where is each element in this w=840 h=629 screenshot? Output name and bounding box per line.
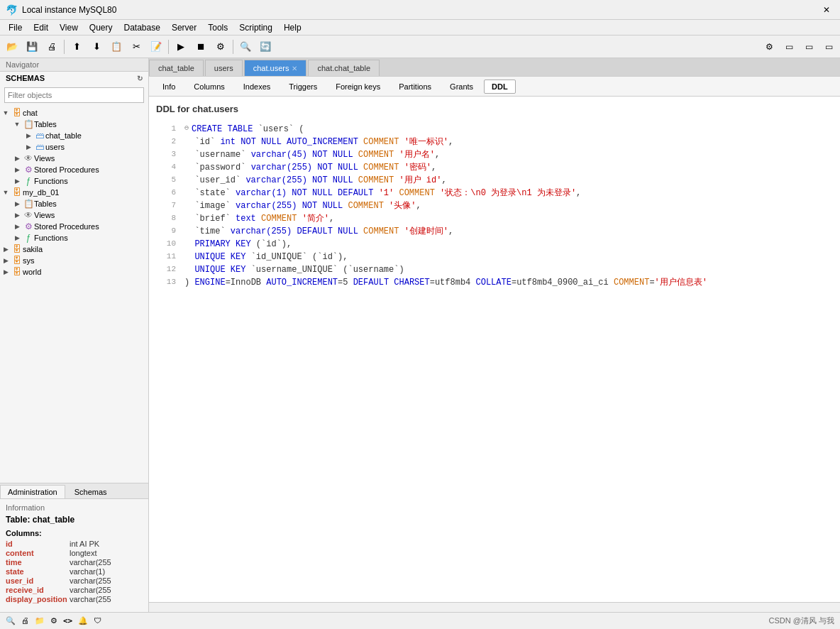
menu-item-query[interactable]: Query [84, 21, 118, 34]
tree-item-mydb[interactable]: ▼ 🗄 my_db_01 [0, 187, 148, 198]
expand-mydb-tables[interactable]: ▶ [11, 200, 23, 207]
tab-chat-chat-table-tab[interactable]: chat.chat_table [308, 60, 380, 76]
schemas-label: SCHEMAS [6, 74, 45, 82]
toolbar-copy-btn[interactable]: 📋 [107, 38, 126, 55]
sub-tab-foreign-keys[interactable]: Foreign keys [328, 80, 388, 94]
sub-tab-columns[interactable]: Columns [186, 80, 232, 94]
toolbar-new-btn[interactable]: 📂 [3, 38, 21, 55]
sub-tab-ddl[interactable]: DDL [484, 80, 516, 94]
tab-administration[interactable]: Administration [0, 485, 65, 498]
toolbar-cut-btn[interactable]: ✂ [127, 38, 145, 55]
expand-sakila[interactable]: ▶ [0, 246, 11, 253]
main-layout: Navigator SCHEMAS ↻ ▼ 🗄 chat ▼ 📋 Tables [0, 58, 840, 612]
expand-mydb-views[interactable]: ▶ [11, 212, 23, 219]
menu-item-edit[interactable]: Edit [28, 21, 54, 34]
tab-users-tab[interactable]: users [205, 60, 243, 76]
tab-chat-users-tab[interactable]: chat.users✕ [244, 60, 307, 76]
tree-item-mydb-procs[interactable]: ▶ ⚙ Stored Procedures [0, 221, 148, 232]
status-file-icon[interactable]: 📁 [35, 616, 45, 625]
tab-close-chat-users-tab[interactable]: ✕ [292, 65, 297, 72]
menu-item-help[interactable]: Help [278, 21, 307, 34]
expand-chat[interactable]: ▼ [0, 109, 11, 116]
menu-item-scripting[interactable]: Scripting [233, 21, 278, 34]
expand-mydb-procs[interactable]: ▶ [11, 223, 23, 230]
col-row-user_id: user_idvarchar(255 [6, 576, 143, 585]
status-settings-icon[interactable]: ⚙ [50, 616, 57, 625]
menu-item-server[interactable]: Server [166, 21, 202, 34]
status-search-icon[interactable]: 🔍 [6, 616, 16, 625]
toolbar-refresh-btn[interactable]: 🔄 [256, 38, 275, 55]
sub-tab-grants[interactable]: Grants [442, 80, 481, 94]
sub-tab-indexes[interactable]: Indexes [236, 80, 279, 94]
tree-item-chat-tables[interactable]: ▼ 📋 Tables [0, 119, 148, 130]
toolbar-up-btn[interactable]: ⬆ [67, 38, 86, 55]
admin-tabs: Administration Schemas [0, 483, 148, 498]
tree-item-chat-procs[interactable]: ▶ ⚙ Stored Procedures [0, 164, 148, 175]
toolbar-stop-btn[interactable]: ⏹ [192, 38, 210, 55]
tab-label-chat-chat-table-tab: chat.chat_table [317, 64, 370, 72]
col-type-id: int AI PK [70, 540, 99, 548]
tree-label-chat: chat [23, 109, 148, 117]
status-shield-icon[interactable]: 🛡 [94, 616, 101, 625]
expand-chat-table[interactable]: ▶ [23, 132, 34, 139]
line-num-5: 5 [156, 174, 184, 186]
tab-schemas[interactable]: Schemas [67, 485, 115, 498]
navigator-label: Navigator [6, 60, 39, 69]
sub-tab-partitions[interactable]: Partitions [391, 80, 439, 94]
tree-item-chat[interactable]: ▼ 🗄 chat [0, 107, 148, 119]
expand-mydb-funcs[interactable]: ▶ [11, 234, 23, 241]
toolbar-search-btn[interactable]: 🔍 [236, 38, 255, 55]
status-bell-icon[interactable]: 🔔 [78, 616, 88, 625]
toolbar-appearance-btn[interactable]: ⚙ [761, 38, 778, 55]
schemas-refresh-icon[interactable]: ↻ [137, 75, 143, 82]
menu-item-view[interactable]: View [54, 21, 84, 34]
info-panel-header: Information [6, 503, 143, 512]
col-type-receive_id: varchar(255 [70, 586, 111, 594]
tree-item-chat-funcs[interactable]: ▶ ƒ Functions [0, 175, 148, 187]
expand-mydb[interactable]: ▼ [0, 189, 11, 196]
tree-item-chat-table[interactable]: ▶ 🗃 chat_table [0, 130, 148, 141]
col-type-state: varchar(1) [70, 567, 105, 576]
tree-item-sys[interactable]: ▶ 🗄 sys [0, 255, 148, 266]
toolbar-down-btn[interactable]: ⬇ [87, 38, 106, 55]
toolbar-layout-btn[interactable]: ▭ [780, 38, 797, 55]
tree-item-users-table[interactable]: ▶ 🗃 users [0, 141, 148, 153]
expand-sys[interactable]: ▶ [0, 257, 11, 264]
tab-label-chat-users-tab: chat.users [253, 64, 289, 72]
toolbar-layout2-btn[interactable]: ▭ [800, 38, 817, 55]
sub-tab-info[interactable]: Info [155, 80, 183, 94]
status-print-icon[interactable]: 🖨 [21, 616, 29, 625]
tree-item-mydb-funcs[interactable]: ▶ ƒ Functions [0, 232, 148, 244]
toolbar-run-btn[interactable]: ▶ [172, 38, 190, 55]
expand-chat-funcs[interactable]: ▶ [11, 177, 23, 185]
line-content-6: `state` varchar(1) NOT NULL DEFAULT '1' … [184, 187, 833, 199]
toolbar-layout3-btn[interactable]: ▭ [820, 38, 837, 55]
expand-chat-procs[interactable]: ▶ [11, 166, 23, 173]
funcs-folder-icon: ƒ [23, 176, 34, 186]
tree-item-chat-views[interactable]: ▶ 👁 Views [0, 153, 148, 164]
hscroll[interactable] [149, 602, 840, 612]
tree-item-mydb-views[interactable]: ▶ 👁 Views [0, 209, 148, 221]
sub-tab-triggers[interactable]: Triggers [281, 80, 325, 94]
tree-label-mydb: my_db_01 [23, 188, 148, 197]
toolbar-print-btn[interactable]: 🖨 [43, 38, 61, 55]
expand-chat-views[interactable]: ▶ [11, 155, 23, 162]
tree-item-world[interactable]: ▶ 🗄 world [0, 266, 148, 278]
menu-item-file[interactable]: File [3, 21, 28, 34]
tree-item-mydb-tables[interactable]: ▶ 📋 Tables [0, 198, 148, 209]
toolbar-settings-btn[interactable]: ⚙ [211, 38, 230, 55]
expand-users-table[interactable]: ▶ [23, 143, 34, 151]
tree-label-sakila: sakila [23, 245, 148, 253]
tree-item-sakila[interactable]: ▶ 🗄 sakila [0, 244, 148, 255]
filter-input[interactable] [4, 87, 144, 103]
toolbar-save-btn[interactable]: 💾 [23, 38, 41, 55]
expand-world[interactable]: ▶ [0, 268, 11, 275]
status-code-icon[interactable]: <> [63, 616, 72, 625]
collapse-icon-line-1[interactable]: ⊖ [184, 123, 189, 133]
menu-item-tools[interactable]: Tools [202, 21, 233, 34]
expand-chat-tables[interactable]: ▼ [11, 121, 23, 128]
close-button[interactable]: ✕ [819, 4, 834, 16]
toolbar-edit-btn[interactable]: 📝 [147, 38, 165, 55]
menu-item-database[interactable]: Database [118, 21, 166, 34]
tab-chat-table-tab[interactable]: chat_table [149, 60, 204, 76]
